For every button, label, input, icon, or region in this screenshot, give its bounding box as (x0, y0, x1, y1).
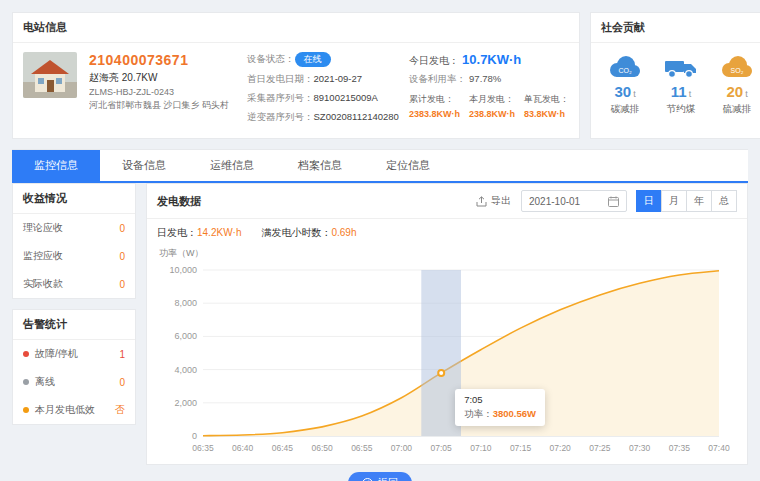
alarm-card: 告警统计 故障/停机 1 离线 0 本月发电低效 否 (12, 309, 136, 425)
alarm-row-low-efficiency: 本月发电低效 否 (13, 396, 135, 424)
range-total-button[interactable]: 总 (711, 190, 737, 212)
svg-text:06:40: 06:40 (232, 443, 254, 453)
svg-text:07:00: 07:00 (391, 443, 413, 453)
income-row-actual: 实际收款 0 (13, 270, 135, 298)
range-day-button[interactable]: 日 (636, 190, 662, 212)
svg-text:2,000: 2,000 (174, 398, 197, 408)
svg-text:07:10: 07:10 (470, 443, 492, 453)
tab-ops-info[interactable]: 运维信息 (188, 150, 276, 181)
alarm-row-offline: 离线 0 (13, 368, 135, 396)
offline-dot-icon (23, 379, 29, 385)
fault-dot-icon (23, 351, 29, 357)
coal-truck-icon (662, 53, 700, 81)
svg-text:06:50: 06:50 (311, 443, 333, 453)
svg-text:4,000: 4,000 (174, 365, 197, 375)
tab-archive-info[interactable]: 档案信息 (276, 150, 364, 181)
range-toggle: 日 月 年 总 (637, 190, 737, 212)
today-generation: 今日发电： 10.7KW·h (409, 52, 569, 68)
generation-data-panel: 发电数据 导出 2021-10-01 (146, 183, 748, 465)
so2-cloud-icon: SO₂ (718, 53, 756, 81)
svg-text:8,000: 8,000 (174, 298, 197, 308)
station-info-panel: 电站信息 210400073671 赵海亮 20.7KW ZLMS-HBJ-ZJ… (12, 12, 580, 139)
range-year-button[interactable]: 年 (686, 190, 712, 212)
status-badge: 在线 (295, 52, 331, 67)
svg-text:6,000: 6,000 (174, 331, 197, 341)
inverter-serial-row: 逆变器序列号：SZ00208112140280 (247, 110, 397, 124)
svg-text:SO₂: SO₂ (731, 67, 744, 74)
svg-text:07:40: 07:40 (708, 443, 730, 453)
tab-device-info[interactable]: 设备信息 (100, 150, 188, 181)
export-button[interactable]: 导出 (476, 194, 511, 208)
station-address: 河北省邯郸市魏县 沙口集乡 码头村 (89, 100, 235, 112)
svg-text:10,000: 10,000 (169, 265, 197, 275)
alarm-card-title: 告警统计 (13, 310, 135, 340)
svg-text:07:15: 07:15 (510, 443, 532, 453)
svg-text:07:25: 07:25 (589, 443, 611, 453)
station-code: ZLMS-HBJ-ZJL-0243 (89, 87, 235, 97)
calendar-icon (608, 196, 619, 207)
main-tabbar: 监控信息 设备信息 运维信息 档案信息 定位信息 (12, 149, 748, 183)
svg-text:06:45: 06:45 (272, 443, 294, 453)
income-row-monitored: 监控应收 0 (13, 242, 135, 270)
station-id: 210400073671 (89, 52, 235, 68)
chart-panel-title: 发电数据 (157, 194, 476, 209)
svg-text:06:55: 06:55 (351, 443, 373, 453)
income-card: 收益情况 理论应收 0 监控应收 0 实际收款 0 (12, 183, 136, 299)
svg-text:0: 0 (192, 431, 197, 441)
station-photo (23, 52, 77, 98)
tab-monitor-info[interactable]: 监控信息 (12, 150, 100, 181)
date-picker[interactable]: 2021-10-01 (521, 190, 627, 212)
svg-text:CO₂: CO₂ (618, 67, 632, 74)
month-generation-stat: 本月发电： 238.8KW·h (469, 93, 515, 119)
station-owner: 赵海亮 20.7KW (89, 71, 235, 85)
svg-text:06:35: 06:35 (192, 443, 214, 453)
back-arrow-icon: ❮ (362, 478, 373, 481)
full-hours-stat: 满发电小时数：0.69h (261, 226, 356, 240)
co2-cloud-icon: CO₂ (606, 53, 644, 81)
coal-saving-item: 11t 节约煤 (653, 53, 709, 116)
svg-text:07:30: 07:30 (629, 443, 651, 453)
first-gen-date-row: 首日发电日期：2021-09-27 (247, 72, 397, 86)
alarm-row-fault: 故障/停机 1 (13, 340, 135, 368)
y-axis-label: 功率（W） (159, 247, 737, 260)
tab-location-info[interactable]: 定位信息 (364, 150, 452, 181)
top-row: 电站信息 210400073671 赵海亮 20.7KW ZLMS-HBJ-ZJ… (12, 12, 748, 139)
low-efficiency-dot-icon (23, 407, 29, 413)
svg-text:07:20: 07:20 (550, 443, 572, 453)
device-status-row: 设备状态：在线 (247, 52, 397, 67)
income-row-theoretical: 理论应收 0 (13, 214, 135, 242)
svg-text:07:05: 07:05 (431, 443, 453, 453)
date-value: 2021-10-01 (529, 196, 580, 207)
export-icon (476, 196, 487, 207)
sulfur-reduction-item: SO₂ 20t 硫减排 (709, 53, 760, 116)
total-generation-stat: 累计发电： 2383.8KW·h (409, 93, 460, 119)
carbon-reduction-item: CO₂ 30t 碳减排 (597, 53, 653, 116)
social-contribution-panel: 社会贡献 CO₂ 30t 碳减排 (590, 12, 760, 139)
device-utilization: 设备利用率： 97.78% (409, 72, 569, 86)
range-month-button[interactable]: 月 (661, 190, 687, 212)
per-watt-generation-stat: 单瓦发电： 83.8KW·h (524, 93, 569, 119)
contribution-panel-title: 社会贡献 (591, 13, 760, 43)
collector-serial-row: 采集器序列号：89100215009A (247, 91, 397, 105)
chart-canvas[interactable]: 02,0004,0006,0008,00010,00006:3506:4006:… (157, 262, 733, 458)
income-card-title: 收益情况 (13, 184, 135, 214)
svg-text:07:35: 07:35 (669, 443, 691, 453)
station-panel-title: 电站信息 (13, 13, 579, 43)
power-line-chart: 02,0004,0006,0008,00010,00006:3506:4006:… (157, 262, 737, 460)
back-button[interactable]: ❮ 返回 (348, 472, 412, 481)
left-sidebar: 收益情况 理论应收 0 监控应收 0 实际收款 0 告警统计 故障/ (12, 183, 136, 435)
daily-generation-stat: 日发电：14.2KW·h (157, 226, 241, 240)
dashboard-page: 电站信息 210400073671 赵海亮 20.7KW ZLMS-HBJ-ZJ… (0, 0, 760, 481)
